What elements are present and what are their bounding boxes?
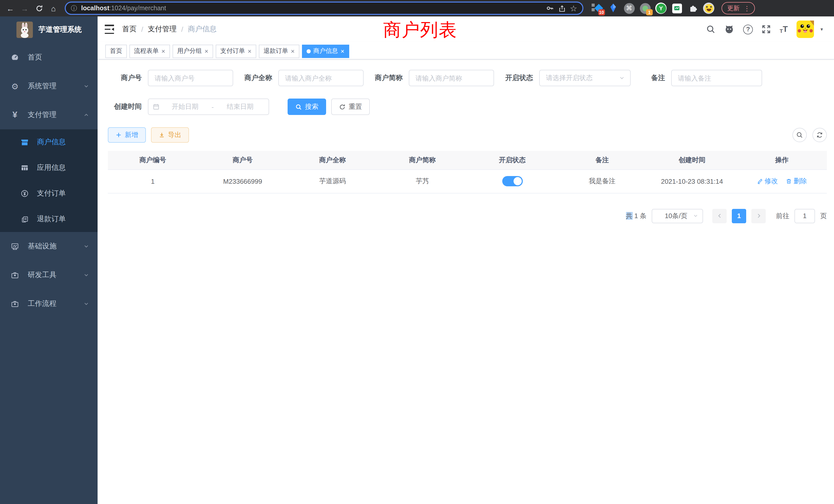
toggle-search-button[interactable] — [792, 128, 807, 142]
add-button[interactable]: 新增 — [108, 127, 146, 143]
edit-link[interactable]: 修改 — [757, 177, 778, 186]
extension-command-icon[interactable]: ⌘ — [623, 3, 635, 14]
table-toolbar: 新增 导出 — [108, 127, 827, 143]
extensions-puzzle-icon[interactable] — [687, 3, 698, 14]
briefcase-icon — [10, 300, 20, 308]
browser-toolbar: ← → ⌂ ⓘ localhost:1024/pay/merchant — [0, 0, 834, 17]
extension-sheets-icon[interactable] — [671, 3, 682, 14]
reset-button[interactable]: 重置 — [331, 98, 370, 115]
extension-recorder-icon[interactable]: 1 — [639, 3, 651, 14]
full-name-input[interactable] — [278, 70, 364, 86]
avatar-caret-icon[interactable]: ▼ — [820, 27, 824, 31]
header-actions: ? TT — [706, 21, 824, 38]
page-1-button[interactable]: 1 — [732, 209, 746, 223]
page-size-select[interactable]: 10条/页 — [652, 209, 703, 223]
extension-diamond-icon[interactable]: 10 — [592, 3, 603, 14]
share-icon[interactable] — [558, 4, 566, 12]
create-time-label: 创建时间 — [108, 102, 142, 111]
close-icon[interactable] — [204, 49, 208, 53]
password-key-icon[interactable] — [546, 4, 554, 12]
search-icon[interactable] — [706, 25, 716, 34]
merchant-no-input[interactable] — [148, 70, 233, 86]
tab-refund-order[interactable]: 退款订单 — [259, 44, 300, 58]
date-range-picker[interactable]: 开始日期 - 结束日期 — [148, 98, 269, 115]
sidebar-item-merchant-info[interactable]: 商户信息 — [0, 129, 97, 155]
extension-kite-icon[interactable] — [608, 3, 619, 14]
breadcrumb-pay[interactable]: 支付管理 — [148, 25, 177, 34]
goto-label: 前往 — [776, 211, 789, 221]
merchant-table: 商户编号 商户号 商户全称 商户简称 开启状态 备注 创建时间 操作 1 — [108, 151, 827, 193]
tab-process-form[interactable]: 流程表单 — [129, 44, 170, 58]
sidebar-item-infra[interactable]: 基础设施 — [0, 232, 97, 261]
browser-menu-icon[interactable]: ⋮ — [744, 4, 750, 12]
tab-user-group[interactable]: 用户分组 — [173, 44, 213, 58]
chevron-up-icon — [83, 112, 89, 118]
tab-pay-order[interactable]: 支付订单 — [216, 44, 256, 58]
status-select[interactable]: 请选择开启状态 — [539, 70, 631, 86]
col-status: 开启状态 — [467, 151, 557, 169]
page-unit-label: 页 — [820, 211, 827, 221]
remark-input[interactable] — [671, 70, 762, 86]
yen-icon: ¥ — [10, 110, 20, 120]
address-bar[interactable]: ⓘ localhost:1024/pay/merchant ☆ — [65, 2, 584, 15]
breadcrumb-home[interactable]: 首页 — [122, 25, 137, 34]
browser-home-icon[interactable]: ⌂ — [47, 2, 60, 14]
short-name-input[interactable] — [409, 70, 494, 86]
sidebar-item-pay-order[interactable]: 支付订单 — [0, 181, 97, 206]
extension-y-icon[interactable]: Y — [655, 3, 666, 14]
fullscreen-icon[interactable] — [762, 25, 771, 34]
close-icon[interactable] — [247, 49, 251, 53]
next-page-button[interactable] — [751, 209, 766, 223]
sidebar-item-system[interactable]: ⚙ 系统管理 — [0, 72, 97, 100]
help-icon[interactable]: ? — [743, 24, 753, 34]
export-button[interactable]: 导出 — [151, 127, 189, 143]
yen-circle-icon — [21, 189, 29, 198]
browser-back-icon[interactable]: ← — [4, 2, 17, 14]
font-size-icon[interactable]: TT — [780, 25, 788, 34]
chevron-down-icon — [83, 243, 89, 249]
status-toggle[interactable] — [502, 176, 523, 186]
browser-forward-icon[interactable]: → — [19, 2, 31, 14]
sidebar-logo[interactable]: 芋道管理系统 — [0, 17, 97, 43]
delete-link[interactable]: 删除 — [786, 177, 807, 186]
chevron-down-icon — [83, 83, 89, 89]
extension-badge: 10 — [598, 9, 605, 16]
site-info-icon[interactable]: ⓘ — [71, 4, 77, 13]
sidebar-item-home[interactable]: 首页 — [0, 43, 97, 72]
prev-page-button[interactable] — [712, 209, 727, 223]
sidebar-item-workflow[interactable]: 工作流程 — [0, 290, 97, 318]
refresh-table-button[interactable] — [812, 128, 827, 142]
sidebar-item-app-info[interactable]: 应用信息 — [0, 155, 97, 181]
github-icon[interactable] — [724, 24, 734, 35]
dashboard-icon — [10, 53, 20, 62]
app-header: 首页 / 支付管理 / 商户信息 商户列表 — [97, 17, 834, 42]
browser-reload-icon[interactable] — [33, 2, 45, 14]
close-icon[interactable] — [291, 49, 295, 53]
chevron-down-icon — [83, 272, 89, 278]
search-icon — [796, 131, 803, 139]
search-button[interactable]: 搜索 — [288, 98, 326, 115]
sidebar-item-devtools[interactable]: 研发工具 — [0, 261, 97, 290]
cell-merchant-no: M233666999 — [198, 169, 288, 193]
close-icon[interactable] — [341, 49, 345, 53]
shop-icon — [21, 138, 29, 146]
profile-emoji-avatar[interactable] — [703, 3, 714, 14]
cell-full-name: 芋道源码 — [288, 169, 377, 193]
close-icon[interactable] — [161, 49, 166, 53]
chevron-down-icon — [83, 301, 89, 307]
sidebar-item-pay[interactable]: ¥ 支付管理 — [0, 100, 97, 129]
tab-merchant-info[interactable]: 商户信息 — [302, 44, 349, 58]
goto-page-input[interactable] — [794, 209, 815, 223]
tab-home[interactable]: 首页 — [105, 44, 127, 58]
documents-icon — [21, 215, 29, 223]
status-label: 开启状态 — [505, 73, 533, 83]
bookmark-star-icon[interactable]: ☆ — [570, 3, 577, 13]
sidebar-item-refund-order[interactable]: 退款订单 — [0, 206, 97, 232]
browser-update-button[interactable]: 更新 ⋮ — [722, 2, 755, 14]
col-merchant-id: 商户编号 — [108, 151, 198, 169]
col-merchant-no: 商户号 — [198, 151, 288, 169]
url-host: localhost — [81, 5, 109, 12]
refresh-icon — [816, 131, 823, 139]
sidebar-collapse-icon[interactable] — [105, 25, 114, 34]
user-avatar[interactable] — [796, 21, 814, 38]
